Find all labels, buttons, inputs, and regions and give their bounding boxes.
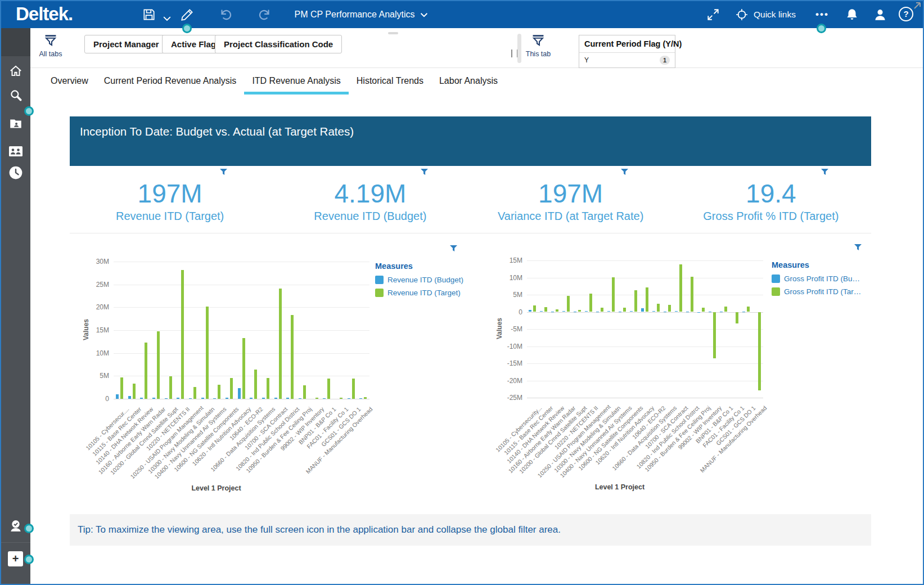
target-bar[interactable] [364, 397, 367, 399]
target-bar[interactable] [218, 385, 220, 399]
budget-bar[interactable] [213, 398, 216, 399]
budget-bar[interactable] [274, 398, 277, 399]
target-bar[interactable] [736, 312, 738, 324]
walkthrough-dot[interactable] [24, 555, 34, 564]
this-tab-filter[interactable]: This tab [522, 35, 554, 58]
undo-icon[interactable] [218, 7, 233, 22]
target-bar[interactable] [556, 309, 558, 312]
target-bar[interactable] [578, 310, 581, 312]
contacts-icon[interactable] [8, 144, 23, 159]
target-bar[interactable] [352, 379, 355, 399]
dashboard-title-group[interactable]: PM CP Performance Analytics [294, 1, 427, 28]
budget-bar[interactable] [664, 312, 666, 312]
history-clock-icon[interactable] [8, 165, 23, 180]
target-bar[interactable] [230, 378, 233, 399]
target-bar[interactable] [634, 290, 637, 312]
budget-bar[interactable] [238, 388, 241, 399]
notifications-bell-icon[interactable] [845, 7, 859, 22]
target-bar[interactable] [747, 307, 750, 312]
budget-bar[interactable] [299, 398, 301, 399]
budget-bar[interactable] [189, 398, 192, 399]
chart-filter-funnel-icon[interactable] [854, 243, 862, 250]
target-bar[interactable] [623, 308, 626, 312]
budget-bar[interactable] [226, 398, 228, 399]
walkthrough-dot[interactable] [24, 524, 34, 533]
budget-bar[interactable] [675, 311, 678, 312]
kpi-filter-funnel-icon[interactable] [219, 168, 228, 176]
approvals-person-check-icon[interactable] [8, 519, 23, 533]
target-bar[interactable] [657, 304, 660, 312]
walkthrough-dot[interactable] [817, 24, 826, 33]
budget-bar[interactable] [652, 311, 655, 312]
target-bar[interactable] [589, 294, 592, 312]
filter-button-project-manager[interactable]: Project Manager [84, 35, 168, 53]
target-bar[interactable] [193, 387, 196, 399]
budget-bar[interactable] [250, 398, 253, 399]
current-period-flag-filter-card[interactable]: Current Period Flag (Y/N) Y 1 [579, 35, 675, 68]
filter-button-project-classification-code[interactable]: Project Classification Code [215, 35, 342, 53]
target-bar[interactable] [567, 296, 570, 312]
walkthrough-dot[interactable] [182, 24, 192, 33]
target-bar[interactable] [702, 308, 705, 312]
legend-item[interactable]: Revenue ITD (Target) [375, 289, 476, 297]
target-bar[interactable] [291, 315, 294, 399]
edit-pencil-icon[interactable] [180, 7, 195, 22]
budget-bar[interactable] [529, 310, 531, 312]
budget-bar[interactable] [720, 312, 723, 312]
budget-bar[interactable] [551, 312, 554, 312]
project-folder-icon[interactable] [8, 116, 23, 131]
budget-bar[interactable] [323, 398, 326, 399]
target-bar[interactable] [691, 277, 693, 312]
budget-bar[interactable] [128, 396, 131, 399]
budget-bar[interactable] [152, 398, 155, 399]
budget-bar[interactable] [619, 312, 621, 312]
all-tabs-filter[interactable]: All tabs [35, 35, 66, 58]
more-options-icon[interactable]: ••• [815, 9, 829, 20]
budget-bar[interactable] [262, 398, 265, 399]
target-bar[interactable] [340, 398, 342, 399]
chart-filter-funnel-icon[interactable] [449, 244, 458, 251]
quick-links-button[interactable]: Quick links [735, 1, 796, 28]
target-bar[interactable] [120, 377, 123, 399]
save-dropdown-chevron-icon[interactable] [163, 11, 171, 26]
budget-bar[interactable] [641, 308, 644, 312]
target-bar[interactable] [267, 378, 269, 399]
tab-current-period-revenue-analysis[interactable]: Current Period Revenue Analysis [96, 68, 245, 94]
target-bar[interactable] [533, 305, 536, 312]
tab-historical-trends[interactable]: Historical Trends [349, 68, 431, 94]
kpi-filter-funnel-icon[interactable] [620, 168, 629, 176]
target-bar[interactable] [668, 305, 671, 312]
target-bar[interactable] [612, 277, 615, 312]
budget-bar[interactable] [140, 398, 143, 399]
budget-bar[interactable] [585, 311, 588, 312]
target-bar[interactable] [315, 398, 318, 399]
tab-overview[interactable]: Overview [43, 68, 96, 94]
filter-splitter[interactable] [517, 34, 521, 63]
legend-item[interactable]: Revenue ITD (Budget) [375, 276, 476, 284]
budget-bar[interactable] [165, 398, 168, 399]
target-bar[interactable] [157, 331, 160, 399]
target-bar[interactable] [181, 270, 184, 399]
budget-bar[interactable] [742, 312, 745, 312]
budget-bar[interactable] [630, 311, 633, 312]
kpi-filter-funnel-icon[interactable] [821, 168, 829, 176]
target-bar[interactable] [679, 264, 682, 312]
target-bar[interactable] [133, 384, 136, 399]
target-bar[interactable] [544, 307, 547, 312]
target-bar[interactable] [327, 379, 330, 399]
target-bar[interactable] [303, 385, 306, 399]
budget-bar[interactable] [607, 311, 610, 312]
fullscreen-icon[interactable] [706, 7, 720, 22]
budget-bar[interactable] [562, 311, 565, 312]
search-icon[interactable] [8, 88, 23, 102]
target-bar[interactable] [758, 312, 761, 390]
help-icon[interactable]: ? [899, 7, 913, 21]
user-profile-icon[interactable] [873, 7, 887, 22]
target-bar[interactable] [724, 307, 727, 312]
budget-bar[interactable] [686, 312, 689, 312]
budget-bar[interactable] [286, 398, 289, 399]
budget-bar[interactable] [596, 312, 599, 312]
budget-bar[interactable] [709, 312, 711, 312]
target-bar[interactable] [145, 343, 147, 399]
budget-bar[interactable] [177, 398, 179, 399]
